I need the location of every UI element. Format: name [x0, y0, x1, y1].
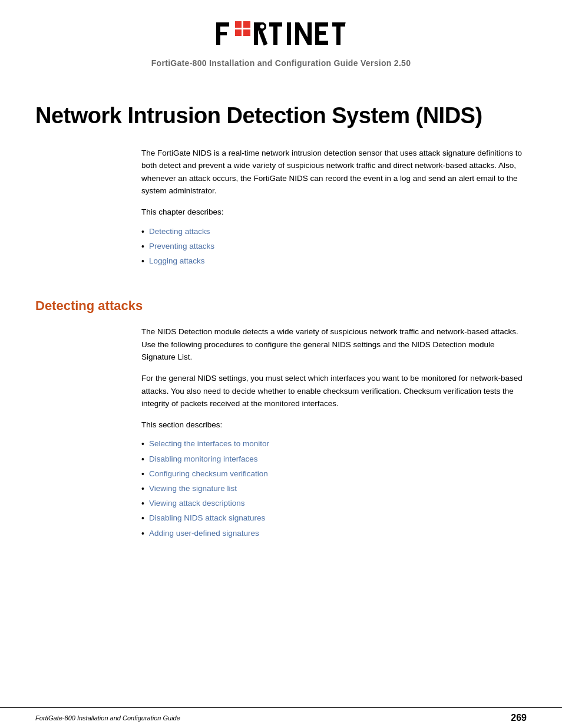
subtitle: FortiGate-800 Installation and Configura…	[151, 58, 411, 68]
list-item: Adding user-defined signatures	[141, 526, 527, 541]
svg-rect-21	[315, 22, 328, 27]
svg-rect-2	[216, 32, 227, 35]
viewing-attack-descriptions-link[interactable]: Viewing attack descriptions	[149, 496, 245, 510]
list-item: Detecting attacks	[141, 225, 527, 239]
svg-point-12	[260, 25, 265, 29]
disabling-nids-signatures-link[interactable]: Disabling NIDS attack signatures	[149, 511, 265, 525]
viewing-signature-list-link[interactable]: Viewing the signature list	[149, 482, 237, 496]
svg-rect-4	[243, 21, 250, 28]
svg-rect-5	[235, 29, 242, 37]
header: ™ FortiGate-800 Installation and Configu…	[0, 0, 562, 80]
svg-rect-25	[336, 22, 340, 45]
detecting-paragraph2: For the general NIDS settings, you must …	[141, 372, 527, 410]
logo-container: ™	[216, 18, 346, 52]
list-item: Configuring checksum verification	[141, 467, 527, 482]
page-title: Network Intrusion Detection System (NIDS…	[35, 103, 527, 129]
intro-block: The FortiGate NIDS is a real-time networ…	[141, 147, 527, 269]
selecting-interfaces-link[interactable]: Selecting the interfaces to monitor	[149, 437, 269, 451]
section-describes: This section describes:	[141, 419, 527, 431]
footer-left-text: FortiGate-800 Installation and Configura…	[35, 714, 180, 722]
disabling-monitoring-link[interactable]: Disabling monitoring interfaces	[149, 452, 258, 466]
svg-rect-3	[235, 21, 242, 28]
detecting-paragraph1: The NIDS Detection module detects a wide…	[141, 325, 527, 364]
footer-page-number: 269	[511, 713, 527, 723]
footer: FortiGate-800 Installation and Configura…	[0, 707, 562, 728]
list-item: Preventing attacks	[141, 239, 527, 254]
detecting-block: The NIDS Detection module detects a wide…	[141, 325, 527, 541]
svg-rect-23	[315, 41, 328, 45]
detecting-attacks-heading: Detecting attacks	[35, 298, 527, 314]
section-links-list: Selecting the interfaces to monitor Disa…	[141, 437, 527, 541]
preventing-attacks-link[interactable]: Preventing attacks	[149, 239, 214, 253]
svg-text:™: ™	[345, 22, 346, 25]
list-item: Selecting the interfaces to monitor	[141, 437, 527, 452]
svg-rect-15	[273, 22, 277, 45]
intro-paragraph1: The FortiGate NIDS is a real-time networ…	[141, 147, 527, 197]
list-item: Viewing attack descriptions	[141, 496, 527, 511]
page: ™ FortiGate-800 Installation and Configu…	[0, 0, 562, 728]
svg-rect-6	[243, 29, 250, 37]
svg-rect-9	[235, 36, 250, 37]
main-content: Network Intrusion Detection System (NIDS…	[0, 80, 562, 707]
svg-rect-16	[287, 22, 291, 45]
svg-rect-22	[315, 31, 326, 35]
svg-line-13	[260, 31, 266, 45]
logging-attacks-link[interactable]: Logging attacks	[149, 254, 205, 268]
fortinet-logo: ™	[216, 18, 346, 50]
list-item: Viewing the signature list	[141, 482, 527, 496]
list-item: Logging attacks	[141, 254, 527, 269]
list-item: Disabling monitoring interfaces	[141, 452, 527, 467]
detecting-attacks-link[interactable]: Detecting attacks	[149, 225, 210, 239]
chapter-describes: This chapter describes:	[141, 206, 527, 219]
configuring-checksum-link[interactable]: Configuring checksum verification	[149, 467, 268, 481]
chapter-links-list: Detecting attacks Preventing attacks Log…	[141, 225, 527, 269]
svg-rect-1	[216, 22, 229, 27]
svg-rect-8	[242, 21, 243, 37]
adding-user-defined-link[interactable]: Adding user-defined signatures	[149, 526, 259, 541]
list-item: Disabling NIDS attack signatures	[141, 511, 527, 526]
